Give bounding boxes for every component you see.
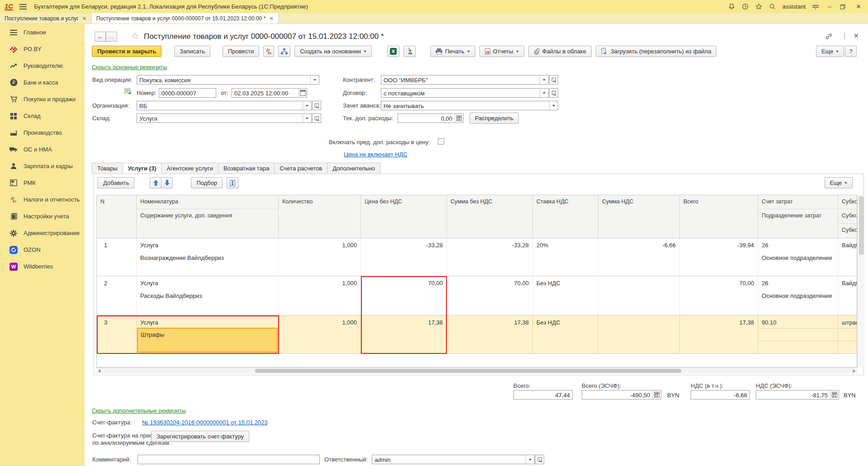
save-button[interactable]: Записать bbox=[174, 46, 210, 57]
create-based-on-button[interactable]: Создать на основании bbox=[294, 46, 372, 57]
calendar-icon[interactable] bbox=[298, 89, 307, 97]
more-menu-icon[interactable]: ⋮ bbox=[841, 32, 848, 40]
assistant-question-button[interactable]: ? bbox=[403, 46, 416, 57]
tab-close-icon[interactable]: ✕ bbox=[269, 15, 274, 22]
calculator-icon[interactable] bbox=[830, 391, 839, 399]
favorites-star-icon[interactable] bbox=[755, 3, 763, 10]
sidebar-item-os-nma[interactable]: ОС и НМА bbox=[0, 141, 85, 158]
tab-vozvratnaya-tara[interactable]: Возвратная тара bbox=[218, 163, 275, 174]
total-field[interactable]: 47,44 bbox=[513, 390, 573, 400]
vat-eschf-field[interactable]: -81,75 bbox=[756, 390, 839, 400]
organization-open-button[interactable] bbox=[312, 101, 321, 110]
distribute-button[interactable]: Распределить bbox=[470, 113, 519, 124]
scroll-right-icon[interactable] bbox=[853, 369, 855, 373]
contract-field[interactable]: с поставщиком bbox=[381, 88, 549, 98]
responsible-field[interactable]: admin bbox=[372, 455, 535, 464]
table-row[interactable]: 1 УслугаВознаграждение Вайлдберриз 1,000… bbox=[97, 238, 857, 276]
contractor-open-button[interactable] bbox=[549, 75, 558, 85]
register-invoice-button[interactable]: Зарегистрировать счет-фактуру bbox=[151, 431, 249, 442]
contract-open-button[interactable] bbox=[549, 88, 558, 98]
move-up-button[interactable] bbox=[150, 177, 161, 188]
add-row-button[interactable]: Добавить bbox=[98, 177, 134, 188]
price-vat-link[interactable]: Цена не включает НДС bbox=[344, 151, 408, 158]
minimize-button[interactable]: – bbox=[825, 3, 834, 10]
table-more-button[interactable]: Еще bbox=[825, 177, 853, 188]
tab-scheta-raschetov[interactable]: Счета расчетов bbox=[275, 163, 327, 174]
help-button[interactable]: ? bbox=[845, 46, 857, 57]
sidebar-item-zarplata[interactable]: Зарплата и кадры bbox=[0, 158, 85, 174]
horizontal-scrollbar-thumb[interactable] bbox=[255, 369, 681, 373]
close-window-button[interactable]: ✕ bbox=[854, 3, 863, 10]
invoice-link[interactable]: № 193630204-2016-0000000001 от 15.01.202… bbox=[142, 419, 268, 426]
back-button[interactable]: ← bbox=[95, 32, 106, 42]
post-button[interactable]: Провести bbox=[223, 46, 260, 57]
sidebar-item-wildberries[interactable]: W Wildberries bbox=[0, 258, 85, 275]
pick-button[interactable]: Подбор bbox=[191, 177, 223, 188]
cloud-files-button[interactable]: Файлы в облаке bbox=[528, 46, 592, 57]
sidebar-item-rukovoditelyu[interactable]: Руководителю bbox=[0, 57, 85, 74]
post-and-close-button[interactable]: Провести и закрыть bbox=[92, 46, 161, 57]
dropdown-arrow-icon[interactable] bbox=[303, 101, 311, 110]
sidebar-item-proizvodstvo[interactable]: Производство bbox=[0, 124, 85, 141]
dtkt-postings-button[interactable]: ДтКт bbox=[263, 46, 274, 57]
get-link-icon[interactable] bbox=[825, 33, 832, 40]
forward-button[interactable]: → bbox=[106, 32, 117, 42]
sidebar-item-rmk[interactable]: РМК bbox=[0, 174, 85, 191]
dropdown-arrow-icon[interactable] bbox=[549, 101, 558, 110]
calculator-icon[interactable] bbox=[652, 391, 661, 399]
load-from-file-button[interactable]: Загрузить (перезаполнить) из файла bbox=[596, 46, 716, 57]
tab-dopolnitelno[interactable]: Дополнительно bbox=[327, 163, 380, 174]
sidebar-item-bank-kassa[interactable]: ₽ Банк и касса bbox=[0, 74, 85, 91]
row-height-button[interactable] bbox=[227, 177, 238, 188]
more-actions-button[interactable]: Еще bbox=[816, 46, 844, 57]
current-expenses-field[interactable]: 0,00 bbox=[398, 113, 464, 123]
tab-uslugi[interactable]: Услуги (3) bbox=[123, 163, 162, 174]
contractor-field[interactable]: ООО "ИМВБРБ" bbox=[381, 75, 549, 85]
horizontal-scrollbar[interactable] bbox=[96, 367, 857, 373]
number-field[interactable]: 0000-000007 bbox=[159, 88, 216, 98]
dropdown-arrow-icon[interactable] bbox=[303, 114, 311, 122]
dropdown-arrow-icon[interactable] bbox=[540, 89, 548, 97]
tab-tovary[interactable]: Товары bbox=[92, 163, 123, 174]
include-expenses-checkbox[interactable] bbox=[438, 138, 444, 145]
sidebar-item-administrirovanie[interactable]: Администрирование bbox=[0, 225, 85, 241]
warehouse-open-button[interactable] bbox=[312, 113, 321, 123]
table-row[interactable]: 2 УслугаРасходы Вайлдберриз 1,000 70,00 … bbox=[97, 276, 857, 315]
tab-agentskie[interactable]: Агентские услуги bbox=[161, 163, 218, 174]
services-table[interactable]: N Номенклатура Содержание услуги, доп. с… bbox=[96, 195, 857, 367]
vat-field[interactable]: -6,66 bbox=[691, 390, 750, 400]
calculator-icon[interactable] bbox=[455, 114, 463, 122]
sidebar-item-poby[interactable]: PO.BY bbox=[0, 41, 85, 57]
move-down-button[interactable] bbox=[161, 177, 173, 188]
date-field[interactable]: 02.03.2025 12:00:00 bbox=[232, 88, 307, 98]
total-eschf-field[interactable]: -490,50 bbox=[582, 390, 661, 400]
table-row-selected[interactable]: 3 Услуга Штрафы 1,000 17,38 17,38 Без НД… bbox=[97, 315, 857, 354]
history-icon[interactable] bbox=[742, 3, 749, 10]
hide-main-attributes-link[interactable]: Скрыть основные реквизиты bbox=[92, 64, 167, 71]
sidebar-item-pokupki-prodazhi[interactable]: Покупки и продажи bbox=[0, 91, 85, 108]
tab-list-postuplenie[interactable]: Поступление товаров и услуг ✕ bbox=[0, 13, 92, 24]
responsible-open-button[interactable] bbox=[535, 455, 544, 464]
excel-export-button[interactable]: X bbox=[387, 46, 399, 57]
sidebar-item-sklad[interactable]: Склад bbox=[0, 108, 85, 124]
organization-field[interactable]: ВБ bbox=[137, 101, 312, 110]
vertical-scrollbar[interactable] bbox=[857, 195, 865, 367]
close-document-icon[interactable]: ✕ bbox=[854, 32, 859, 39]
favorite-star-icon[interactable]: ☆ bbox=[131, 31, 139, 41]
main-menu-icon[interactable] bbox=[19, 4, 27, 9]
reports-button[interactable]: Отчеты bbox=[479, 46, 524, 57]
tab-close-icon[interactable]: ✕ bbox=[82, 15, 87, 22]
dropdown-arrow-icon[interactable] bbox=[310, 75, 319, 84]
sidebar-item-nalogi[interactable]: ДтКт Налоги и отчетность bbox=[0, 191, 85, 208]
sidebar-item-ozon[interactable]: OZON bbox=[0, 241, 85, 258]
warehouse-field[interactable]: Услуги bbox=[137, 113, 312, 123]
operation-type-field[interactable]: Покупка, комиссия bbox=[137, 75, 319, 85]
advance-offset-field[interactable]: Не зачитывать bbox=[381, 101, 558, 110]
scroll-left-icon[interactable] bbox=[98, 369, 100, 373]
editing-cell-shtrafy[interactable]: Штрафы bbox=[137, 328, 278, 353]
notifications-bell-icon[interactable] bbox=[728, 3, 735, 10]
user-name[interactable]: assistant bbox=[783, 3, 806, 10]
vertical-scrollbar-thumb[interactable] bbox=[859, 196, 864, 255]
dropdown-arrow-icon[interactable] bbox=[540, 75, 548, 84]
search-icon[interactable] bbox=[769, 3, 776, 10]
